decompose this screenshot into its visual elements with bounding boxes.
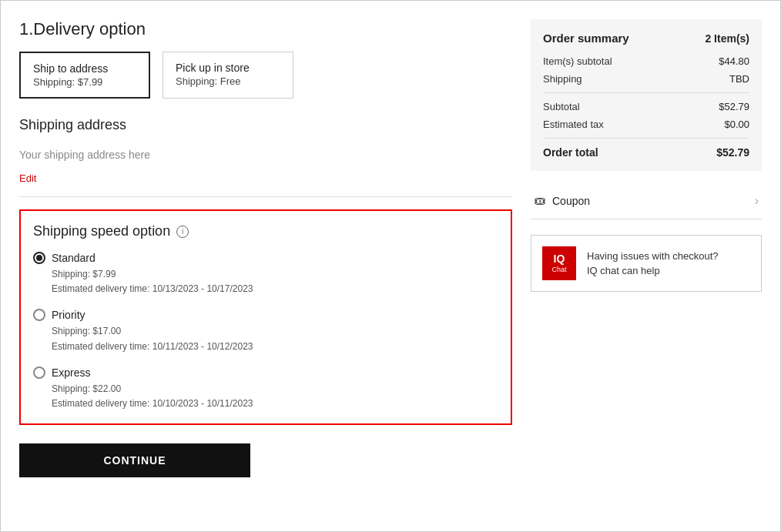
- subtotal-total-label: Subtotal: [543, 101, 580, 112]
- right-column: Order summary 2 Item(s) Item(s) subtotal…: [531, 19, 762, 513]
- summary-divider-1: [543, 92, 749, 93]
- chevron-right-icon: ›: [755, 194, 759, 208]
- coupon-row[interactable]: 🎟 Coupon ›: [531, 183, 762, 219]
- pick-up-in-store-title: Pick up in store: [176, 62, 280, 74]
- coupon-label: Coupon: [552, 195, 590, 207]
- speed-option-express: Express Shipping: $22.00 Estimated deliv…: [33, 366, 498, 411]
- speed-option-priority: Priority Shipping: $17.00 Estimated deli…: [33, 309, 498, 353]
- speed-option-standard: Standard Shipping: $7.99 Estimated deliv…: [33, 252, 498, 296]
- subtotal-row: Item(s) subtotal $44.80: [543, 55, 749, 67]
- iq-chat-box: IQ Chat Having issues with checkout?IQ c…: [531, 235, 762, 292]
- section-divider: [19, 196, 512, 197]
- summary-divider-2: [543, 138, 749, 139]
- express-delivery: Estimated delivery time: 10/10/2023 - 10…: [52, 396, 498, 411]
- speed-option-standard-header: Standard: [33, 252, 498, 264]
- order-summary-box: Order summary 2 Item(s) Item(s) subtotal…: [531, 19, 762, 171]
- ship-to-address-title: Ship to address: [33, 62, 136, 75]
- delivery-options: Ship to address Shipping: $7.99 Pick up …: [19, 52, 512, 99]
- iq-chat-logo: IQ Chat: [542, 246, 576, 280]
- priority-label: Priority: [52, 309, 85, 321]
- coupon-left: 🎟 Coupon: [534, 194, 590, 208]
- subtotal-label: Item(s) subtotal: [543, 55, 612, 67]
- shipping-address-section: Shipping address Your shipping address h…: [19, 117, 512, 184]
- shipping-address-title: Shipping address: [19, 117, 512, 133]
- iq-logo-line2: Chat: [551, 266, 566, 274]
- order-total-value: $52.79: [716, 146, 749, 159]
- express-label: Express: [52, 366, 91, 379]
- tax-row: Estimated tax $0.00: [543, 119, 749, 130]
- standard-delivery: Estimated delivery time: 10/13/2023 - 10…: [52, 282, 498, 296]
- priority-delivery: Estimated delivery time: 10/11/2023 - 10…: [52, 340, 498, 354]
- address-placeholder: Your shipping address here: [19, 146, 512, 164]
- coupon-icon: 🎟: [534, 194, 546, 208]
- subtotal-value: $44.80: [719, 55, 749, 67]
- ship-to-address-subtitle: Shipping: $7.99: [33, 76, 136, 88]
- order-total-label: Order total: [543, 146, 598, 159]
- priority-shipping: Shipping: $17.00: [52, 324, 498, 339]
- shipping-row: Shipping TBD: [543, 73, 749, 85]
- order-summary-items-count: 2 Item(s): [705, 32, 749, 45]
- order-total-row: Order total $52.79: [543, 146, 749, 159]
- left-column: 1.Delivery option Ship to address Shippi…: [19, 19, 512, 513]
- shipping-label: Shipping: [543, 73, 582, 85]
- delivery-option-pick-up-in-store[interactable]: Pick up in store Shipping: Free: [163, 52, 293, 99]
- continue-button[interactable]: CONTINUE: [19, 443, 250, 477]
- tax-value: $0.00: [724, 119, 749, 130]
- standard-details: Shipping: $7.99 Estimated delivery time:…: [33, 267, 498, 296]
- radio-standard[interactable]: [33, 252, 45, 264]
- express-shipping: Shipping: $22.00: [52, 382, 498, 396]
- priority-details: Shipping: $17.00 Estimated delivery time…: [33, 324, 498, 353]
- iq-logo-line1: IQ: [554, 253, 565, 266]
- radio-express[interactable]: [33, 366, 45, 379]
- edit-address-link[interactable]: Edit: [19, 172, 36, 184]
- express-details: Shipping: $22.00 Estimated delivery time…: [33, 382, 498, 411]
- shipping-speed-title: Shipping speed option i: [33, 223, 498, 239]
- page-container: 1.Delivery option Ship to address Shippi…: [0, 0, 781, 532]
- standard-shipping: Shipping: $7.99: [52, 267, 498, 282]
- order-summary-header: Order summary 2 Item(s): [543, 32, 749, 45]
- tax-label: Estimated tax: [543, 119, 604, 130]
- shipping-speed-section: Shipping speed option i Standard Shippin…: [19, 209, 512, 425]
- iq-chat-description: Having issues with checkout?IQ chat can …: [587, 249, 719, 279]
- speed-option-express-header: Express: [33, 366, 498, 379]
- pick-up-in-store-subtitle: Shipping: Free: [176, 75, 280, 87]
- shipping-value: TBD: [729, 73, 749, 85]
- delivery-option-ship-to-address[interactable]: Ship to address Shipping: $7.99: [19, 52, 150, 99]
- radio-priority[interactable]: [33, 309, 45, 321]
- subtotal-total-row: Subtotal $52.79: [543, 101, 749, 112]
- subtotal-total-value: $52.79: [719, 101, 749, 112]
- standard-label: Standard: [52, 252, 96, 264]
- speed-option-priority-header: Priority: [33, 309, 498, 321]
- delivery-section-title: 1.Delivery option: [19, 19, 512, 39]
- order-summary-title: Order summary: [543, 32, 629, 45]
- info-icon[interactable]: i: [176, 226, 189, 238]
